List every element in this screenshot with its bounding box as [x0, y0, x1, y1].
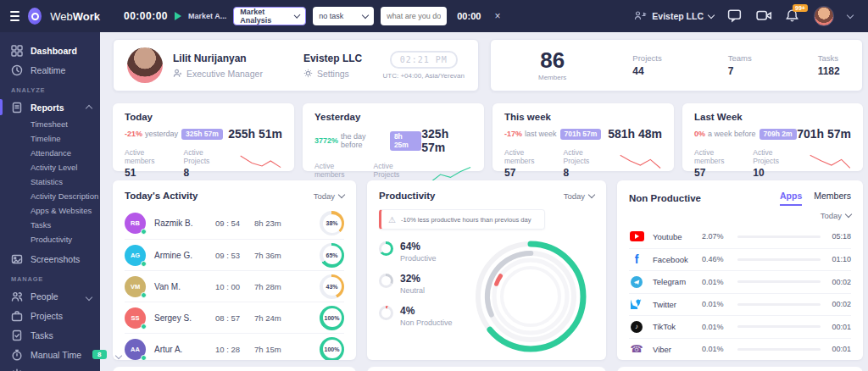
company-settings-link[interactable]: Settings — [317, 69, 349, 79]
user-avatar[interactable] — [814, 6, 834, 26]
sidebar-item-manual-time[interactable]: Manual Time 8 — [0, 345, 100, 364]
chevron-down-icon[interactable] — [847, 11, 854, 18]
usage-bar — [737, 325, 821, 328]
sidebar-item-settings[interactable]: Settings — [0, 364, 100, 371]
activity-filter-dropdown[interactable]: Today — [314, 191, 344, 201]
delta-value: -17% — [504, 130, 522, 138]
webwork-logo-icon[interactable] — [28, 8, 42, 25]
sidebar-item-screenshots[interactable]: Screenshots — [0, 249, 100, 269]
tasks-label: Tasks — [818, 53, 840, 63]
activity-row[interactable]: SS Sergey S. 08 : 57 7h 24m 100% — [125, 302, 344, 333]
compare-badge: 325h 57m — [181, 129, 223, 140]
sidebar-item-timesheet[interactable]: Timesheet — [0, 117, 100, 131]
legend-productive: 64%Productive — [379, 241, 453, 263]
app-row[interactable]: ☎ Viber 0.01% 00:01 — [629, 338, 851, 361]
sidebar-item-tasks[interactable]: Tasks — [0, 325, 100, 345]
sidebar-section-analyze: ANALYZE — [0, 80, 100, 97]
todays-activity-card: Today's Activity Today RB Razmik B. 09 :… — [113, 180, 356, 360]
sidebar-item-timeline[interactable]: Timeline — [0, 131, 100, 146]
summary-card-today: Today -21% yesterday 325h 57m 255h 51m A… — [113, 103, 294, 171]
tasks-icon — [11, 329, 23, 341]
summary-card-last-week: Last Week 0% a week before 709h 2m 701h … — [682, 103, 863, 171]
stopwatch-icon — [11, 349, 23, 361]
chevron-down-icon — [338, 191, 345, 197]
sidebar-item-statistics[interactable]: Statistics — [0, 174, 100, 189]
workspace-switcher[interactable]: Evistep LLC — [634, 10, 714, 22]
app-row[interactable]: ♪ TikTok 0.01% 00:01 — [629, 315, 851, 338]
task-select[interactable]: no task — [313, 7, 374, 25]
sidebar-item-attendance[interactable]: Attendance — [0, 146, 100, 160]
app-row[interactable]: Twitter 0.01% 00:02 — [629, 293, 851, 316]
topbar-right: Evistep LLC 99+ — [634, 6, 868, 26]
profile-avatar[interactable] — [127, 47, 163, 83]
timer-value: 00:00:00 — [124, 10, 168, 22]
app-row[interactable]: Telegram 0.01% 00:02 — [629, 270, 851, 293]
notifications-bell-icon[interactable]: 99+ — [785, 8, 800, 24]
online-status-dot — [141, 229, 147, 235]
app-row[interactable]: f Facebook 0.46% 01:10 — [629, 248, 851, 271]
non-productive-filter-dropdown[interactable]: Today — [821, 211, 851, 220]
close-icon[interactable]: × — [494, 10, 500, 22]
profile-card: Lilit Nurijanyan Executive Manager Evist… — [113, 39, 479, 91]
delta-value: -21% — [125, 130, 142, 138]
organization-icon — [634, 10, 647, 22]
sidebar-item-realtime[interactable]: Realtime — [0, 60, 100, 80]
usage-bar — [737, 258, 821, 261]
sparkline-chart — [619, 148, 662, 174]
report-icon — [11, 102, 23, 114]
sidebar-item-activity-description[interactable]: Activity Description — [0, 189, 100, 203]
tab-apps[interactable]: Apps — [780, 191, 802, 206]
company-name: Evistep LLC — [303, 53, 362, 64]
non-productive-card-title: Non Productive — [629, 193, 701, 203]
tab-members[interactable]: Members — [814, 191, 851, 206]
summary-card-yesterday: Yesterday 3772% the day before 8h 25m 32… — [303, 103, 484, 171]
gear-icon — [11, 368, 23, 371]
viber-icon: ☎ — [629, 344, 644, 354]
sidebar-item-productivity[interactable]: Productivity — [0, 232, 100, 246]
non-productive-card: Non Productive Apps Members Today Youtub… — [617, 180, 863, 360]
hamburger-menu-icon[interactable] — [10, 11, 19, 21]
video-call-icon[interactable] — [756, 8, 771, 24]
facebook-icon: f — [629, 253, 644, 265]
productivity-filter-dropdown[interactable]: Today — [564, 191, 594, 201]
activity-card-title: Today's Activity — [125, 191, 198, 201]
delta-value: 3772% — [314, 136, 338, 145]
members-label: Members — [538, 74, 566, 81]
productivity-legend: 64%Productive 32%Neutral 4%Non Productiv… — [379, 241, 453, 360]
project-select[interactable]: Market Analysis — [233, 7, 306, 25]
activity-row[interactable]: RB Razmik B. 09 : 54 8h 23m 38% — [125, 208, 344, 239]
chevron-down-icon — [588, 191, 595, 197]
sidebar-item-apps-websites[interactable]: Apps & Websites — [0, 203, 100, 218]
online-status-dot — [141, 324, 147, 329]
tracked-total: 581h 48m — [608, 127, 662, 141]
next-card-peek — [113, 367, 356, 371]
activity-description-input[interactable] — [381, 7, 447, 25]
tiktok-icon: ♪ — [629, 321, 644, 333]
app-row[interactable]: Youtube 2.07% 05:18 — [629, 225, 851, 248]
people-icon — [11, 291, 23, 302]
compare-badge: 8h 25m — [390, 131, 421, 151]
sidebar-item-dashboard[interactable]: Dashboard — [0, 41, 100, 60]
activity-row[interactable]: AG Armine G. 09 : 53 7h 36m 65% — [125, 239, 344, 270]
activity-percent-ring: 38% — [320, 211, 344, 235]
sidebar-item-projects[interactable]: Projects — [0, 306, 100, 325]
sidebar-item-reports[interactable]: Reports — [0, 97, 100, 117]
sidebar-section-manage: MANAGE — [0, 269, 100, 286]
members-count: 86 — [538, 49, 566, 71]
teams-label: Teams — [728, 53, 752, 63]
gear-icon — [303, 69, 313, 78]
online-status-dot — [141, 355, 147, 361]
topbar-brand-area: WebWork — [0, 8, 100, 25]
chat-icon[interactable] — [727, 8, 743, 24]
telegram-icon — [629, 276, 644, 288]
sidebar-item-people[interactable]: People — [0, 286, 100, 306]
activity-percent-ring: 43% — [320, 274, 344, 299]
sidebar-item-tasks-report[interactable]: Tasks — [0, 218, 100, 232]
activity-row[interactable]: AA Artur A. 10 : 28 7h 15m 100% — [125, 333, 344, 360]
sidebar-item-activity-level[interactable]: Activity Level — [0, 160, 100, 174]
play-button[interactable] — [175, 12, 181, 20]
productivity-alert: ⚠ -10% less productive hours than previo… — [379, 209, 545, 230]
dashboard-icon — [11, 45, 23, 57]
activity-row[interactable]: VM Van M. 10 : 00 7h 28m 43% — [125, 270, 344, 302]
usage-bar — [737, 235, 821, 238]
